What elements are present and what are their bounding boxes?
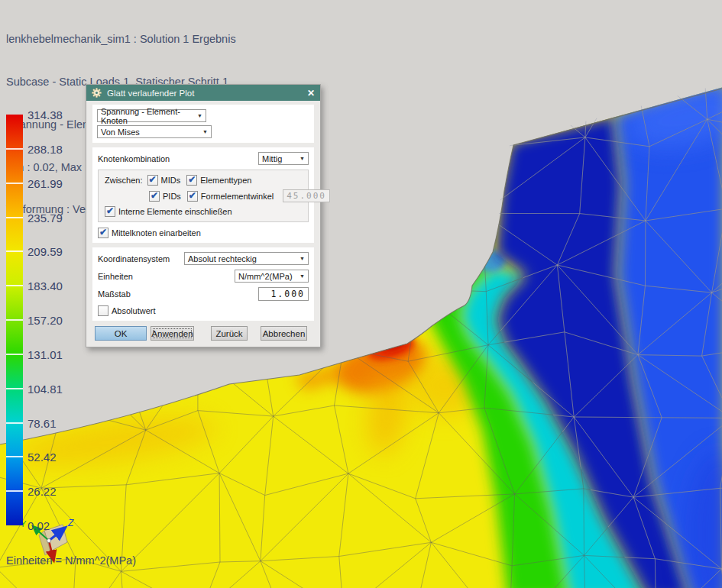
checkbox-mittelknoten-label: Mittelknoten einarbeiten — [112, 228, 201, 237]
gear-icon — [92, 88, 102, 98]
dialog-titlebar[interactable]: Glatt verlaufender Plot ✕ — [86, 85, 320, 101]
nx-post-viewport: { "header": { "lines": [ "lenkhebelmecha… — [0, 0, 722, 588]
checkbox-elementtypen[interactable]: ✔ — [186, 175, 197, 186]
colorbar-tick — [6, 456, 23, 457]
unit-annotation: Einheiten = N/mm^2(MPa) — [6, 554, 136, 567]
colorbar-value: 26.22 — [28, 485, 57, 498]
dialog-title: Glatt verlaufender Plot — [107, 89, 302, 98]
colorbar-tick — [6, 285, 23, 286]
checkbox-interne-elemente-label: Interne Elemente einschließen — [118, 207, 232, 216]
colorbar-value: 131.01 — [28, 348, 63, 361]
chevron-down-icon: ▼ — [202, 129, 208, 134]
colorbar-tick — [6, 490, 23, 492]
colorbar-tick — [6, 319, 23, 321]
checkbox-interne-elemente[interactable]: ✔ — [105, 206, 115, 217]
colorbar-value: 157.20 — [28, 314, 63, 327]
formelementwinkel-input[interactable]: 45.000 — [283, 189, 330, 202]
colorbar-value: 261.99 — [28, 177, 63, 190]
cancel-button[interactable]: Abbrechen — [261, 326, 307, 341]
close-icon[interactable]: ✕ — [307, 89, 315, 98]
einheiten-value: N/mm^2(MPa) — [238, 272, 293, 281]
chevron-down-icon: ▼ — [197, 113, 202, 118]
colorbar-tick — [6, 148, 23, 150]
checkbox-mids[interactable]: ✔ — [147, 175, 158, 186]
koordinatensystem-label: Koordinatensystem — [98, 254, 170, 263]
koordinatensystem-value: Absolut rechteckig — [188, 254, 257, 263]
back-button[interactable]: Zurück — [211, 326, 248, 341]
chevron-down-icon: ▼ — [299, 273, 305, 279]
colorbar-value: 104.81 — [28, 383, 63, 396]
knotenkombination-dropdown[interactable]: Mittig ▼ — [258, 152, 309, 165]
chevron-down-icon: ▼ — [299, 156, 305, 161]
massstab-label: Maßstab — [98, 289, 131, 299]
colorbar-tick — [6, 183, 23, 184]
ok-button[interactable]: OK — [95, 326, 147, 341]
massstab-input[interactable]: 1.000 — [258, 287, 309, 301]
checkbox-formelementwinkel-label: Formelementwinkel — [201, 192, 274, 201]
colorbar-value: 0.02 — [28, 519, 50, 532]
zwischen-group: Zwischen: ✔ MIDs ✔ Elementtypen ✔ PIDs ✔… — [98, 170, 309, 222]
triad-origin — [47, 539, 51, 543]
checkbox-pids-label: PIDs — [163, 192, 181, 201]
knotenkombination-value: Mittig — [262, 154, 282, 163]
component-value: Von Mises — [101, 128, 140, 137]
stress-colorbar — [6, 115, 23, 525]
triad-z-label: Z — [67, 518, 74, 528]
colorbar-tick — [6, 250, 23, 252]
checkbox-mittelknoten[interactable]: ✔ — [98, 228, 108, 238]
knotenkombination-label: Knotenkombination — [98, 154, 170, 163]
colorbar-value: 314.38 — [28, 108, 63, 121]
colorbar-tick — [6, 217, 23, 218]
colorbar-tick — [6, 354, 23, 355]
colorbar-tick — [6, 422, 23, 424]
einheiten-label: Einheiten — [98, 272, 133, 281]
colorbar-value: 183.40 — [28, 279, 63, 292]
header-line-solution: lenkhebelmechanik_sim1 : Solution 1 Erge… — [6, 32, 271, 47]
einheiten-dropdown[interactable]: N/mm^2(MPa) ▼ — [235, 270, 309, 283]
colorbar-tick — [6, 388, 23, 389]
colorbar-value: 288.18 — [28, 143, 63, 156]
component-dropdown[interactable]: Von Mises ▼ — [97, 125, 212, 138]
checkbox-mids-label: MIDs — [161, 176, 181, 185]
koordinatensystem-dropdown[interactable]: Absolut rechteckig ▼ — [184, 252, 309, 265]
checkbox-formelementwinkel[interactable]: ✔ — [187, 191, 198, 202]
zwischen-label: Zwischen: — [105, 176, 143, 185]
colorbar-value: 209.59 — [28, 245, 63, 258]
chevron-down-icon: ▼ — [299, 256, 305, 261]
result-type-dropdown[interactable]: Spannung - Element-Knoten ▼ — [97, 109, 206, 122]
colorbar-value: 235.79 — [28, 212, 63, 225]
checkbox-elementtypen-label: Elementtypen — [200, 176, 251, 185]
checkbox-pids[interactable]: ✔ — [149, 191, 160, 202]
colorbar-value: 78.61 — [28, 417, 57, 430]
apply-button[interactable]: Anwenden — [151, 326, 194, 341]
result-type-value: Spannung - Element-Knoten — [101, 107, 194, 125]
checkbox-absolutwert-label: Absolutwert — [112, 306, 155, 315]
smooth-plot-dialog: Glatt verlaufender Plot ✕ Spannung - Ele… — [86, 84, 321, 347]
colorbar-value: 52.42 — [28, 451, 57, 464]
checkbox-absolutwert[interactable] — [98, 305, 108, 316]
